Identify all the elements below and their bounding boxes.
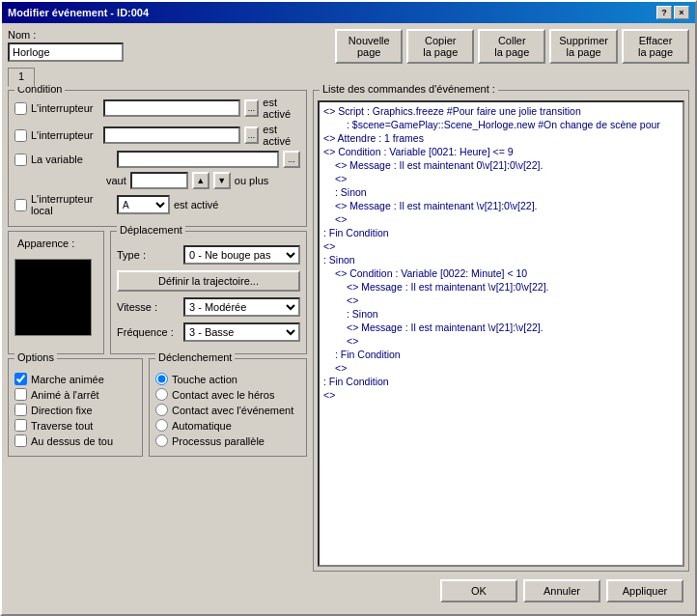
tab-1[interactable]: 1 xyxy=(8,68,35,87)
frequence-select[interactable]: 1 - Très basse 2 - Très basse 3 - Basse … xyxy=(183,322,300,342)
options-box: Options Marche animée Animé à l'arrêt xyxy=(8,358,143,457)
options-title: Options xyxy=(14,351,57,363)
condition-browse-2[interactable]: ... xyxy=(244,126,260,144)
name-input[interactable] xyxy=(8,42,124,62)
list-item[interactable]: : $scene=GamePlay::Scene_Horloge.new #On… xyxy=(321,118,681,131)
option-dessus-check[interactable] xyxy=(14,434,27,447)
option-dessus: Au dessus de tou xyxy=(14,434,136,447)
list-item[interactable]: <> Condition : Variable [0021: Heure] <=… xyxy=(321,145,681,158)
condition-local-select[interactable]: ABCD xyxy=(117,195,170,214)
list-item[interactable]: <> xyxy=(321,172,681,185)
events-title: Liste des commandes d'événement : xyxy=(320,83,498,95)
list-item[interactable]: <> Script : Graphics.freeze #Pour faire … xyxy=(321,104,681,118)
radio-heros-input[interactable] xyxy=(155,388,168,401)
condition-browse-3[interactable]: ... xyxy=(283,151,300,168)
vaut-spinner-down[interactable]: ▼ xyxy=(213,172,231,189)
condition-browse-1[interactable]: ... xyxy=(244,99,260,117)
condition-label-4: L'interrupteurlocal xyxy=(31,193,113,216)
list-item[interactable]: <> xyxy=(321,361,681,375)
condition-check-3[interactable] xyxy=(14,154,27,166)
list-item[interactable]: <> xyxy=(321,212,681,226)
list-item[interactable]: <> Condition : Variable [0022: Minute] <… xyxy=(321,266,681,280)
close-button[interactable]: × xyxy=(674,6,689,19)
list-item[interactable]: <> Attendre : 1 frames xyxy=(321,131,681,145)
list-item[interactable]: : Fin Condition xyxy=(321,226,681,239)
condition-row-2: L'interrupteur ... est activé xyxy=(14,124,300,147)
radio-evenement: Contact avec l'événement xyxy=(155,404,300,416)
list-item[interactable]: <> xyxy=(321,388,681,402)
title-bar-buttons: ? × xyxy=(656,6,689,19)
option-marche-label: Marche animée xyxy=(31,374,104,385)
name-section: Nom : xyxy=(8,29,124,62)
copier-page-button[interactable]: Copierla page xyxy=(406,29,474,64)
right-panel: Liste des commandes d'événement : <> Scr… xyxy=(313,90,689,572)
bottom-buttons: OK Annuler Appliquer xyxy=(8,575,689,608)
list-item[interactable]: : Fin Condition xyxy=(321,348,681,361)
radio-evenement-input[interactable] xyxy=(155,404,168,416)
vitesse-select[interactable]: 1 - Très lente 2 - Lente 3 - Modérée 4 -… xyxy=(183,297,300,317)
nouvelle-page-button[interactable]: Nouvellepage xyxy=(335,29,403,64)
type-select[interactable]: 0 - Ne bouge pas 1 - Aléatoire 2 - Vers … xyxy=(183,245,300,265)
cancel-button[interactable]: Annuler xyxy=(523,579,600,602)
condition-label-3: La variable xyxy=(31,154,113,165)
radio-auto-input[interactable] xyxy=(155,419,168,432)
option-marche-check[interactable] xyxy=(14,373,27,385)
ok-button[interactable]: OK xyxy=(440,579,517,602)
title-bar: Modifier événement - ID:004 ? × xyxy=(2,2,695,23)
option-traverse: Traverse tout xyxy=(14,419,136,432)
list-item[interactable]: <> Message : Il est maintenant \v[21]:\v… xyxy=(321,321,681,334)
list-item[interactable]: : Sinon xyxy=(321,307,681,321)
deplacement-box: Déplacement Type : 0 - Ne bouge pas 1 - … xyxy=(110,231,307,354)
condition-input-2[interactable] xyxy=(103,126,240,144)
list-item[interactable]: : Sinon xyxy=(321,185,681,199)
condition-input-1[interactable] xyxy=(103,99,240,117)
vaut-input[interactable] xyxy=(130,172,188,189)
bottom-left: Apparence : Déplacement Type : 0 - Ne bo… xyxy=(8,231,307,354)
list-item[interactable]: <> xyxy=(321,239,681,253)
list-item[interactable]: <> xyxy=(321,294,681,307)
supprimer-page-button[interactable]: Supprimerla page xyxy=(549,29,618,64)
list-item[interactable]: <> Message : Il est maintenant 0\v[21]:0… xyxy=(321,158,681,172)
option-marche: Marche animée xyxy=(14,373,136,385)
condition-input-3[interactable] xyxy=(117,151,279,168)
radio-heros: Contact avec le héros xyxy=(155,388,300,401)
effacer-page-button[interactable]: Effacerla page xyxy=(622,29,689,64)
coller-page-button[interactable]: Collerla page xyxy=(478,29,545,64)
radio-parallele: Processus parallèle xyxy=(155,434,300,447)
window-title: Modifier événement - ID:004 xyxy=(8,7,149,18)
apply-button[interactable]: Appliquer xyxy=(606,579,683,602)
list-item[interactable]: : Sinon xyxy=(321,253,681,266)
condition-group: Condition L'interrupteur ... est activé … xyxy=(8,90,307,227)
condition-check-2[interactable] xyxy=(14,129,27,142)
condition-row-3: La variable ... xyxy=(14,151,300,168)
help-button[interactable]: ? xyxy=(656,6,672,19)
trajectory-button[interactable]: Définir la trajectoire... xyxy=(117,270,300,292)
list-item[interactable]: <> Message : Il est maintenant \v[21]:0\… xyxy=(321,199,681,212)
vaut-spinner-up[interactable]: ▲ xyxy=(192,172,209,189)
list-item[interactable]: : Fin Condition xyxy=(321,375,681,388)
list-item[interactable]: <> xyxy=(321,334,681,348)
radio-parallele-label: Processus parallèle xyxy=(172,435,265,447)
condition-label-2: L'interrupteur xyxy=(31,129,99,141)
radio-parallele-input[interactable] xyxy=(155,434,168,447)
option-anime-check[interactable] xyxy=(14,388,27,401)
option-traverse-check[interactable] xyxy=(14,419,27,432)
type-label: Type : xyxy=(117,249,180,261)
declenchement-box: Déclenchement Touche action Contact avec… xyxy=(149,358,307,457)
list-item[interactable]: <> Message : Il est maintenant \v[21]:0\… xyxy=(321,280,681,294)
apparence-box: Apparence : xyxy=(8,231,104,354)
events-list[interactable]: <> Script : Graphics.freeze #Pour faire … xyxy=(318,100,684,567)
condition-suffix-2: est activé xyxy=(263,124,300,147)
ou-plus-label: ou plus xyxy=(235,175,268,186)
radio-touche-input[interactable] xyxy=(155,373,168,385)
vitesse-label: Vitesse : xyxy=(117,301,180,313)
condition-label-1: L'interrupteur xyxy=(31,102,99,114)
deplacement-title: Déplacement xyxy=(117,224,185,236)
condition-check-1[interactable] xyxy=(14,102,27,115)
condition-check-4[interactable] xyxy=(14,199,27,211)
condition-row-4: L'interrupteurlocal ABCD est activé xyxy=(14,193,300,216)
apparence-canvas xyxy=(14,259,92,336)
option-direction-check[interactable] xyxy=(14,404,27,416)
option-anime-label: Animé à l'arrêt xyxy=(31,389,99,401)
top-row: Nom : Nouvellepage Copierla page Collerl… xyxy=(8,29,689,64)
